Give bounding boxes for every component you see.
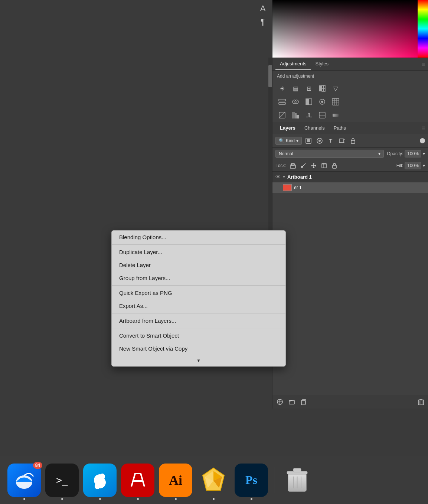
- delete-layer-icon[interactable]: [416, 397, 425, 406]
- dock-terminal[interactable]: >_: [45, 464, 79, 497]
- kind-dropdown[interactable]: 🔍 Kind ▾: [275, 137, 302, 145]
- menu-blending-options[interactable]: Blending Options...: [112, 231, 285, 244]
- expand-icon[interactable]: ▾: [283, 174, 285, 179]
- menu-more-indicator[interactable]: ▼: [112, 355, 285, 366]
- opacity-label: Opacity:: [387, 151, 403, 156]
- vibrance-icon[interactable]: ▽: [330, 83, 341, 94]
- hsl-icon[interactable]: [277, 97, 287, 107]
- svg-rect-5: [279, 103, 285, 104]
- dock-sketch[interactable]: [197, 464, 230, 497]
- menu-artboard-from-layers[interactable]: Artboard from Layers...: [112, 314, 285, 327]
- kind-chevron-icon: ▾: [296, 138, 298, 143]
- menu-duplicate-layer[interactable]: Duplicate Layer...: [112, 246, 285, 258]
- menu-convert-smart-object[interactable]: Convert to Smart Object: [112, 329, 285, 342]
- posterize-icon[interactable]: [290, 110, 301, 120]
- fill-value[interactable]: 100%: [405, 162, 421, 169]
- terminal-icon: >_: [56, 475, 68, 486]
- layers-menu-icon[interactable]: ≡: [422, 125, 425, 131]
- lock-paint-icon[interactable]: [300, 162, 307, 169]
- lock-artboard-icon[interactable]: [320, 162, 328, 169]
- gradient-icon[interactable]: [330, 110, 341, 120]
- menu-separator-2: [112, 285, 285, 286]
- kind-label: Kind: [286, 138, 295, 143]
- search-icon: 🔍: [279, 138, 284, 143]
- skype-dot: [99, 498, 101, 500]
- channelmixer-icon[interactable]: [330, 97, 341, 107]
- brightness-icon[interactable]: ☀: [277, 83, 287, 94]
- adjustments-row-1: ☀ ▤ ⊞ ▽: [272, 82, 428, 95]
- lock-filter-icon[interactable]: [349, 136, 357, 145]
- curves-icon[interactable]: ⊞: [304, 83, 314, 94]
- menu-quick-export[interactable]: Quick Export as PNG: [112, 286, 285, 299]
- menu-export-as[interactable]: Export As...: [112, 299, 285, 312]
- selectivecolor-icon[interactable]: [317, 110, 327, 120]
- artboard-layer[interactable]: 👁 ▾ Artboard 1: [272, 172, 428, 182]
- menu-separator-1: [112, 244, 285, 245]
- levels-icon[interactable]: ▤: [290, 83, 301, 94]
- pixel-filter-icon[interactable]: [304, 136, 313, 145]
- paragraph-tool-icon[interactable]: ¶: [261, 17, 265, 27]
- photoshop-icon-text: Ps: [245, 473, 257, 487]
- fill-chevron-icon[interactable]: ▾: [423, 163, 425, 168]
- exposure-icon[interactable]: [317, 83, 327, 94]
- layer-item[interactable]: er 1: [272, 182, 428, 193]
- lock-label: Lock:: [275, 163, 286, 168]
- layer-options-dot[interactable]: [420, 138, 425, 143]
- tab-channels[interactable]: Channels: [300, 122, 329, 134]
- menu-group-from-layers[interactable]: Group from Layers...: [112, 271, 285, 284]
- svg-rect-19: [295, 113, 297, 118]
- dock-acrobat[interactable]: [121, 464, 154, 497]
- layers-tabs: Layers Channels Paths ≡: [272, 122, 428, 134]
- layer-effects-icon[interactable]: [275, 397, 284, 406]
- svg-rect-4: [279, 99, 285, 101]
- new-group-icon[interactable]: [287, 397, 296, 406]
- dock-illustrator[interactable]: Ai: [159, 464, 192, 497]
- adjustments-menu-icon[interactable]: ≡: [422, 61, 425, 68]
- svg-rect-20: [297, 115, 299, 118]
- tab-paths[interactable]: Paths: [329, 122, 350, 134]
- menu-new-smart-object[interactable]: New Smart Object via Copy: [112, 342, 285, 355]
- adjust-filter-icon[interactable]: [315, 136, 324, 145]
- photofilter-icon[interactable]: [317, 97, 327, 107]
- menu-delete-layer[interactable]: Delete Layer: [112, 258, 285, 271]
- new-layer-icon[interactable]: [299, 397, 308, 406]
- threshold-icon[interactable]: [304, 110, 314, 120]
- lock-all-icon[interactable]: [331, 162, 338, 169]
- artboard-name: Artboard 1: [287, 174, 312, 180]
- dock-skype[interactable]: [83, 464, 117, 497]
- svg-point-27: [318, 140, 321, 142]
- lock-pixels-icon[interactable]: [289, 162, 297, 169]
- tab-styles[interactable]: Styles: [311, 58, 333, 70]
- lock-move-icon[interactable]: [310, 162, 317, 169]
- dock-thunderbird[interactable]: 84: [7, 464, 41, 497]
- colorbalance-icon[interactable]: [290, 97, 301, 107]
- tab-layers[interactable]: Layers: [275, 122, 300, 134]
- blend-mode-dropdown[interactable]: Normal ▾: [275, 150, 384, 158]
- fill-label: Fill:: [396, 163, 404, 168]
- adjustments-row-2: [272, 95, 428, 108]
- type-tool-A-icon[interactable]: A: [260, 4, 266, 13]
- tab-adjustments[interactable]: Adjustments: [275, 58, 311, 70]
- type-filter-icon[interactable]: T: [326, 136, 335, 145]
- invert-icon[interactable]: [277, 110, 287, 120]
- color-gradient[interactable]: [272, 0, 418, 58]
- illustrator-dot: [175, 498, 177, 500]
- svg-point-7: [295, 100, 298, 104]
- adjustments-row-3: [272, 108, 428, 122]
- layers-panel: Layers Channels Paths ≡ 🔍 Kind ▾ T: [272, 122, 428, 193]
- illustrator-icon-text: Ai: [169, 472, 182, 488]
- svg-rect-23: [333, 114, 339, 117]
- color-spectrum[interactable]: [418, 0, 428, 58]
- context-menu: Blending Options... Duplicate Layer... D…: [111, 230, 286, 367]
- dock-photoshop[interactable]: Ps: [235, 464, 268, 497]
- opacity-chevron-icon[interactable]: ▾: [423, 151, 425, 156]
- layer-thumbnail: [283, 184, 292, 191]
- shape-filter-icon[interactable]: [337, 136, 346, 145]
- scrollbar-thumb[interactable]: [268, 65, 272, 87]
- opacity-control: Opacity: 100% ▾: [387, 150, 425, 157]
- dock-trash[interactable]: [280, 464, 314, 497]
- bw-icon[interactable]: [304, 97, 314, 107]
- opacity-value[interactable]: 100%: [405, 150, 421, 157]
- svg-rect-31: [351, 140, 355, 143]
- eye-icon[interactable]: 👁: [275, 174, 281, 180]
